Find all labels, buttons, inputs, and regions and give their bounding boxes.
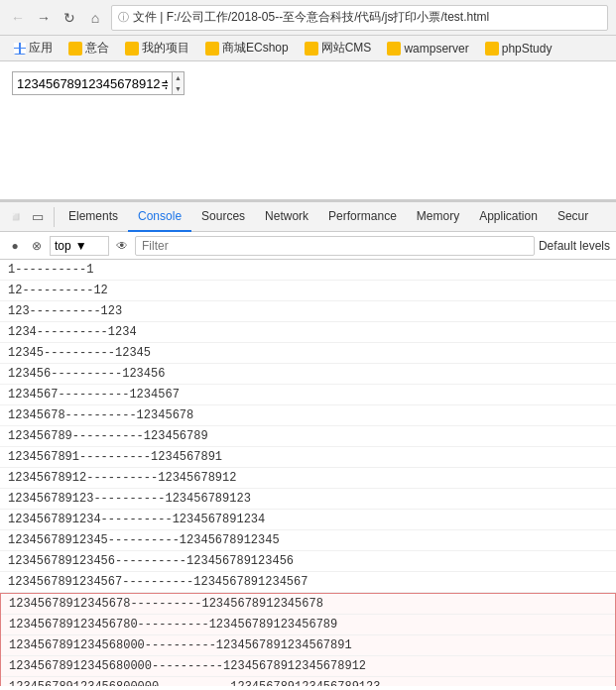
filter-input[interactable] [135,236,535,256]
bookmark-phpstudy[interactable]: phpStudy [479,40,558,58]
bookmark-myproject-label: 我的项目 [142,40,189,57]
bookmark-phpstudy-label: phpStudy [502,42,553,56]
tab-performance[interactable]: Performance [318,202,407,232]
console-line: 1234567891----------1234567891 [0,447,616,468]
console-output[interactable]: 1----------1 12----------12 123---------… [0,260,616,686]
console-line: 12345678912----------12345678912 [0,468,616,489]
devtools-tabs: Elements Console Sources Network Perform… [55,202,616,232]
bookmarks-bar: 应用 意合 我的项目 商城ECshop 网站CMS wampserver php… [0,36,616,61]
console-line: 1234567891234567----------12345678912345… [0,572,616,593]
cms-icon [305,42,318,56]
bookmark-yihe-label: 意合 [85,40,109,57]
console-line: 123456789123----------123456789123 [0,489,616,510]
number-input[interactable] [13,72,172,94]
ecshop-icon [205,42,219,56]
bookmark-ecshop-label: 商城ECshop [222,40,289,57]
bookmark-wamp-label: wampserver [404,42,468,56]
console-line: 1----------1 [0,260,616,281]
console-line: 12----------12 [0,281,616,301]
number-input-wrapper: ▲ ▼ [12,71,185,95]
context-dropdown-icon: ▼ [75,239,87,253]
console-line-highlight: 1234567891234568000----------12345678912… [1,635,615,656]
wamp-icon [387,42,401,56]
apps-icon [14,43,26,55]
tab-elements[interactable]: Elements [59,202,128,232]
back-button[interactable]: ← [8,8,28,28]
console-toolbar: ● ⊗ top ▼ 👁 Default levels [0,232,616,260]
console-line-highlight: 12345678912345678----------1234567891234… [1,594,615,615]
default-levels-label: Default levels [539,239,610,253]
browser-toolbar: ← → ↻ ⌂ ⓘ 文件 | F:/公司工作/2018-05--至今意合科技/代… [0,0,616,36]
bookmark-yihe[interactable]: 意合 [62,38,115,58]
eye-icon[interactable]: 👁 [113,237,131,255]
bookmark-wamp[interactable]: wampserver [381,40,474,58]
console-line: 12345678912345----------12345678912345 [0,530,616,551]
devtools-tabbar: ◽ ▭ Elements Console Sources Network Per… [0,202,616,232]
console-line: 12345----------12345 [0,343,616,364]
tab-memory[interactable]: Memory [407,202,469,232]
console-line: 12345678----------12345678 [0,405,616,426]
tab-application[interactable]: Application [469,202,548,232]
bookmark-ecshop[interactable]: 商城ECshop [199,38,295,58]
info-icon: ⓘ [118,10,129,25]
tab-console[interactable]: Console [128,202,191,232]
yihe-icon [68,42,82,56]
console-line: 123456789123456----------123456789123456 [0,551,616,572]
console-line: 123456----------123456 [0,364,616,385]
tab-sources[interactable]: Sources [191,202,255,232]
spin-buttons: ▲ ▼ [172,72,184,94]
console-line: 1234----------1234 [0,322,616,343]
clear-console-icon[interactable]: ● [6,237,24,255]
spin-up-button[interactable]: ▲ [173,72,184,83]
context-value: top [55,239,71,253]
bookmark-myproject[interactable]: 我的项目 [119,38,195,58]
bookmark-apps[interactable]: 应用 [8,38,59,58]
myproject-icon [125,42,139,56]
console-line-highlight: 123456789123456780----------123456789123… [1,615,615,635]
phpstudy-icon [485,42,499,56]
home-button[interactable]: ⌂ [85,8,105,28]
bookmark-cms-label: 网站CMS [321,40,372,57]
console-line: 1234567----------1234567 [0,385,616,405]
devtools-panel: ◽ ▭ Elements Console Sources Network Per… [0,200,616,686]
bookmark-apps-label: 应用 [29,40,53,57]
tab-network[interactable]: Network [255,202,318,232]
console-line: 123456789----------123456789 [0,426,616,447]
page-content: ▲ ▼ [0,61,616,200]
forward-button[interactable]: → [34,8,54,28]
url-text: 文件 | F:/公司工作/2018-05--至今意合科技/代码/js打印小票/t… [133,9,489,26]
block-icon[interactable]: ⊗ [28,237,46,255]
reload-button[interactable]: ↻ [60,8,79,28]
bookmark-cms[interactable]: 网站CMS [299,38,378,58]
console-line-highlight: 12345678912345680000----------1234567891… [1,656,615,677]
devtools-icons: ◽ ▭ [0,207,55,227]
console-line: 123----------123 [0,301,616,322]
device-icon[interactable]: ▭ [28,207,48,227]
tab-security[interactable]: Secur [548,202,598,232]
spin-down-button[interactable]: ▼ [173,83,184,94]
context-select[interactable]: top ▼ [50,236,109,256]
console-line: 1234567891234----------1234567891234 [0,510,616,530]
inspect-icon[interactable]: ◽ [6,207,26,227]
console-line-highlight: 123456789123456800000----------123456789… [1,677,615,686]
address-bar[interactable]: ⓘ 文件 | F:/公司工作/2018-05--至今意合科技/代码/js打印小票… [111,5,608,31]
